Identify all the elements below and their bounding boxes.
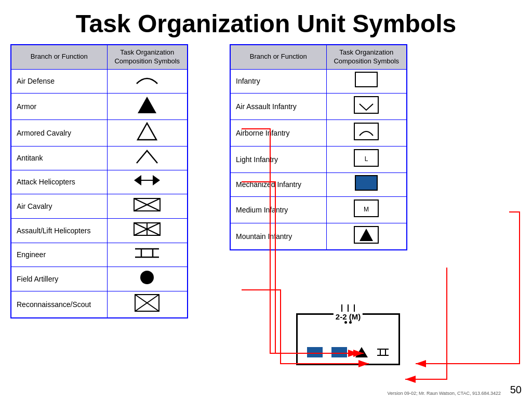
row-label: Attack Helicopters	[11, 170, 107, 194]
svg-text:L: L	[365, 155, 368, 163]
symbol-cell	[326, 223, 407, 250]
table-row: Attack Helicopters	[11, 170, 188, 194]
svg-marker-27	[360, 229, 373, 241]
unit-components	[298, 347, 398, 357]
page-title: Task Organization Unit Symbols	[0, 0, 532, 44]
unit-box: 2-2 (M)	[296, 313, 400, 365]
svg-marker-1	[138, 123, 156, 140]
table-row: Medium Infantry M	[230, 196, 407, 223]
svg-point-16	[140, 271, 154, 284]
symbol-cell	[326, 93, 407, 119]
table-row: Air Assault Infantry	[230, 93, 407, 119]
row-label: Air Cavalry	[11, 194, 107, 218]
symbol-cell	[107, 291, 188, 318]
symbol-cell	[326, 172, 407, 196]
row-label: Air Assault Infantry	[230, 93, 326, 119]
table-row: Assault/Lift Helicopters	[11, 218, 188, 243]
table-row: Armored Cavalry	[11, 119, 188, 146]
table-row: Reconnaissance/Scout	[11, 291, 188, 318]
svg-marker-3	[153, 175, 160, 185]
infantry-symbol	[355, 72, 378, 87]
table-row: Engineer	[11, 243, 188, 267]
engineer-icon	[377, 347, 389, 357]
symbol-cell: L	[326, 146, 407, 172]
svg-marker-2	[134, 175, 141, 185]
row-label: Air Defense	[11, 69, 107, 93]
symbol-cell	[107, 69, 188, 93]
armor-icon	[355, 347, 368, 357]
page-number: 50	[510, 384, 522, 396]
symbol-cell: M	[326, 196, 407, 223]
table-row: Air Defense	[11, 69, 188, 93]
mech-inf-icon	[307, 347, 323, 357]
table-row: Light Infantry L	[230, 146, 407, 172]
row-label: Field Artillery	[11, 267, 107, 291]
table-row: Mechanized Infantry	[230, 172, 407, 196]
mech-inf-symbol	[355, 175, 378, 191]
symbol-cell	[326, 69, 407, 93]
symbol-cell	[107, 146, 188, 170]
row-label: Reconnaissance/Scout	[11, 291, 107, 318]
row-label: Engineer	[11, 243, 107, 267]
unit-label: 2-2 (M)	[334, 312, 363, 321]
symbol-cell	[107, 267, 188, 291]
symbol-cell	[107, 93, 188, 119]
unit-diagram: 2-2 (M)	[255, 282, 462, 386]
row-label: Assault/Lift Helicopters	[11, 218, 107, 243]
symbol-cell	[326, 119, 407, 146]
symbol-cell	[107, 119, 188, 146]
row-label: Armor	[11, 93, 107, 119]
unit-size-indicator	[338, 303, 358, 313]
version-text: Version 09-02; Mr. Raun Watson, CTAC, 91…	[387, 391, 501, 396]
unit-dots	[344, 321, 352, 324]
table-row: Armor	[11, 93, 188, 119]
table-row: Field Artillery	[11, 267, 188, 291]
table-row: Mountain Infantry	[230, 223, 407, 250]
right-table: Branch or Function Task OrganizationComp…	[230, 44, 407, 250]
row-label: Mechanized Infantry	[230, 172, 326, 196]
row-label: Infantry	[230, 69, 326, 93]
row-label: Medium Infantry	[230, 196, 326, 223]
row-label: Light Infantry	[230, 146, 326, 172]
symbol-cell	[107, 170, 188, 194]
left-table: Branch or Function Task OrganizationComp…	[10, 44, 188, 318]
left-col1-header: Branch or Function	[11, 45, 107, 69]
right-col1-header: Branch or Function	[230, 45, 326, 69]
symbol-cell	[107, 194, 188, 218]
table-row: Airborne Infantry	[230, 119, 407, 146]
table-row: Air Cavalry	[11, 194, 188, 218]
symbol-cell	[107, 243, 188, 267]
row-label: Antitank	[11, 146, 107, 170]
row-label: Airborne Infantry	[230, 119, 326, 146]
svg-text:M: M	[364, 206, 369, 213]
left-col2-header: Task OrganizationComposition Symbols	[107, 45, 188, 69]
mech-inf-icon2	[331, 347, 347, 357]
row-label: Mountain Infantry	[230, 223, 326, 250]
svg-marker-0	[138, 97, 156, 113]
table-row: Infantry	[230, 69, 407, 93]
right-col2-header: Task OrganizationComposition Symbols	[326, 45, 407, 69]
row-label: Armored Cavalry	[11, 119, 107, 146]
symbol-cell	[107, 218, 188, 243]
table-row: Antitank	[11, 146, 188, 170]
